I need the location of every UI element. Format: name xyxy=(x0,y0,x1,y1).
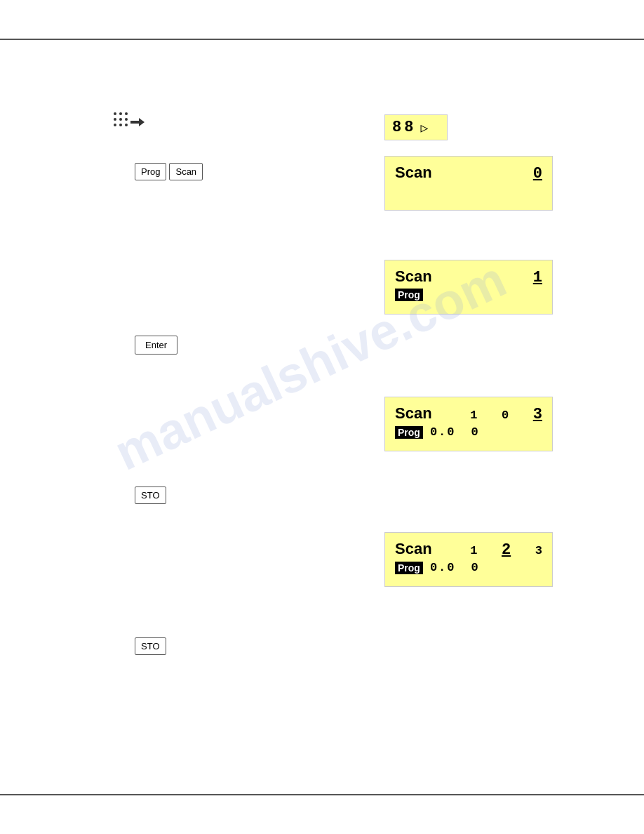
panel2-scan-label: Scan xyxy=(395,267,432,286)
prog-scan-button-group: Prog Scan xyxy=(135,163,203,180)
sto-button-wrap-2: STO xyxy=(135,637,166,655)
panel3-col2: 0 xyxy=(502,409,509,422)
panel2-prog-label: Prog xyxy=(395,289,423,301)
svg-point-3 xyxy=(114,118,116,121)
scan-panel-2: Scan 1 Prog xyxy=(384,260,553,315)
panel3-prog-val1: 0.0 xyxy=(430,425,456,439)
scan-panel-1: Scan 0 xyxy=(384,156,553,211)
svg-point-6 xyxy=(114,124,116,126)
panel4-col1: 1 xyxy=(470,544,477,557)
panel3-prog-label: Prog xyxy=(395,426,423,439)
panel4-prog-val2: 0 xyxy=(471,561,480,574)
panel3-prog-row: Prog 0.0 0 xyxy=(395,425,542,439)
panel2-digit: 1 xyxy=(533,269,542,286)
panel3-col1: 1 xyxy=(470,409,477,422)
panel2-scan-row: Scan 1 xyxy=(395,267,542,286)
enter-button[interactable]: Enter xyxy=(135,336,177,355)
bottom-border xyxy=(0,794,644,795)
panel3-scan-label: Scan xyxy=(395,404,432,423)
display-88: 88 ▷ xyxy=(384,114,448,140)
svg-point-7 xyxy=(119,124,122,126)
panel4-col3: 3 xyxy=(535,544,542,557)
panel4-col2: 2 xyxy=(502,541,511,559)
panel1-digit: 0 xyxy=(533,165,542,183)
sto-button-wrap-1: STO xyxy=(135,486,166,504)
panel4-scan-label: Scan xyxy=(395,540,432,558)
panel4-prog-val1: 0.0 xyxy=(430,561,456,574)
svg-point-8 xyxy=(125,124,128,126)
panel3-col3: 3 xyxy=(533,406,542,423)
panel4-prog-label: Prog xyxy=(395,562,423,574)
panel3-scan-row: Scan 1 0 3 xyxy=(395,404,542,423)
panel1-row: Scan 0 xyxy=(395,164,542,183)
sto-button-1[interactable]: STO xyxy=(135,486,166,504)
scan-panel-4: Scan 1 2 3 Prog 0.0 0 xyxy=(384,532,553,587)
grid-keyboard-icon xyxy=(112,111,146,136)
prog-button[interactable]: Prog xyxy=(135,163,166,180)
panel4-prog-row: Prog 0.0 0 xyxy=(395,561,542,574)
panel4-scan-row: Scan 1 2 3 xyxy=(395,540,542,559)
display-88-arrow: ▷ xyxy=(420,120,431,135)
svg-point-5 xyxy=(125,118,128,121)
svg-point-0 xyxy=(114,112,116,115)
panel1-scan-label: Scan xyxy=(395,164,432,182)
svg-point-1 xyxy=(119,112,122,115)
display-88-digits: 88 xyxy=(392,119,416,136)
panel3-prog-val2: 0 xyxy=(471,425,480,439)
enter-button-wrap: Enter xyxy=(135,336,177,355)
panel2-prog-row: Prog xyxy=(395,289,542,301)
top-border xyxy=(0,39,644,40)
scan-panel-3: Scan 1 0 3 Prog 0.0 0 xyxy=(384,397,553,451)
sto-button-2[interactable]: STO xyxy=(135,637,166,655)
svg-point-2 xyxy=(125,112,128,115)
svg-point-4 xyxy=(119,118,122,121)
scan-button[interactable]: Scan xyxy=(169,163,203,180)
